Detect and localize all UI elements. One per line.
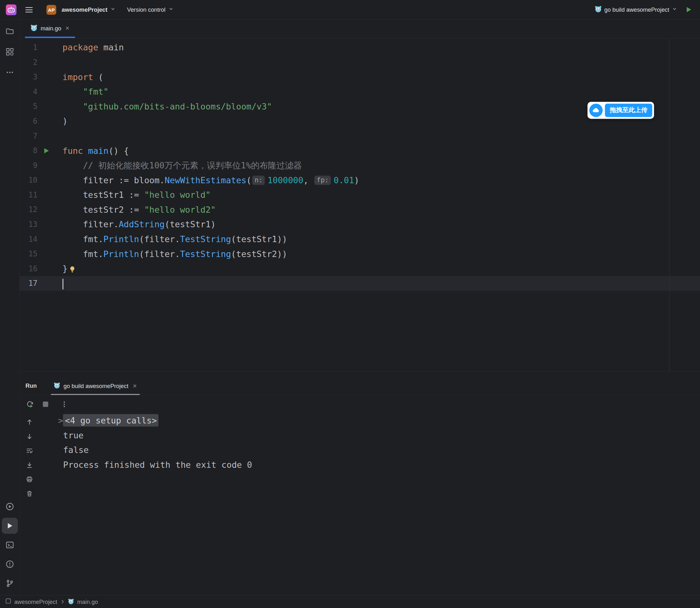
code-line[interactable]: 13 filter.AddString(testStr1) — [20, 217, 700, 232]
kebab-menu-icon[interactable] — [60, 400, 69, 408]
code-token — [63, 87, 83, 97]
code-line[interactable]: 16} — [20, 262, 700, 276]
code-token: fmt. — [63, 249, 103, 259]
sidebar-terminal-icon[interactable] — [2, 537, 18, 553]
project-selector[interactable]: awesomeProject — [58, 3, 119, 16]
sidebar-problems-icon[interactable] — [2, 556, 18, 572]
line-number: 7 — [20, 129, 37, 144]
code-token: (testStr1)) — [231, 234, 287, 244]
project-badge: AP — [46, 5, 56, 15]
code-editor[interactable]: 1package main23import (4 "fmt"5 "github.… — [20, 38, 700, 371]
scroll-to-end-icon[interactable] — [25, 460, 34, 469]
code-token: package — [63, 42, 98, 52]
code-token: true — [58, 430, 83, 440]
run-toolbar — [20, 395, 700, 413]
run-configuration-selector[interactable]: go build awesomeProject — [591, 2, 681, 17]
line-number: 9 — [20, 158, 37, 173]
sidebar-structure-icon[interactable] — [2, 44, 18, 60]
cloud-upload-icon — [589, 103, 603, 117]
code-token: TestString — [180, 234, 231, 244]
run-button[interactable] — [683, 3, 695, 16]
code-token: "github.com/bits-and-blooms/bloom/v3" — [83, 101, 272, 111]
down-arrow-icon[interactable] — [25, 432, 34, 441]
breadcrumb-file[interactable]: main.go — [77, 598, 98, 605]
code-line[interactable]: 14 fmt.Println(filter.TestString(testStr… — [20, 232, 700, 247]
code-text: } — [63, 262, 76, 276]
code-token: (testStr1) — [165, 219, 216, 229]
code-line[interactable]: 7 — [20, 129, 700, 144]
upload-here-button[interactable]: 拖拽至此上传 — [605, 103, 652, 117]
code-token: , — [303, 175, 313, 185]
line-number: 1 — [20, 40, 37, 55]
code-token: 0.01 — [334, 175, 354, 185]
code-line[interactable]: 17 — [20, 276, 700, 291]
code-line[interactable]: 4 "fmt" — [20, 84, 700, 99]
upload-overlay[interactable]: 拖拽至此上传 — [587, 102, 654, 119]
code-line[interactable]: 15 fmt.Println(filter.TestString(testStr… — [20, 247, 700, 262]
code-line[interactable]: 3import ( — [20, 70, 700, 84]
code-text: func main() { — [63, 144, 129, 158]
code-token: "fmt" — [83, 87, 109, 97]
line-number: 4 — [20, 84, 37, 99]
line-number: 6 — [20, 114, 37, 129]
code-token: ) — [354, 175, 359, 185]
code-line[interactable]: 2 — [20, 55, 700, 70]
tab-main-go[interactable]: main.go — [25, 20, 75, 38]
up-arrow-icon[interactable] — [25, 418, 34, 426]
sidebar-more-tools-icon[interactable] — [2, 64, 18, 80]
code-text: ) — [63, 114, 68, 129]
code-token: main — [98, 42, 124, 52]
code-token: Process finished with the exit code 0 — [58, 459, 252, 469]
soft-wrap-icon[interactable] — [25, 446, 34, 455]
console-line: ><4 go setup calls> — [58, 413, 700, 428]
code-text: filter := bloom.NewWithEstimates(n:10000… — [63, 173, 359, 188]
chevron-down-icon — [672, 6, 677, 13]
code-token: ) — [63, 116, 68, 126]
code-lines: 1package main23import (4 "fmt"5 "github.… — [20, 40, 700, 291]
code-token: fp: — [314, 176, 331, 185]
code-line[interactable]: 1package main — [20, 40, 700, 55]
app-logo-icon[interactable] — [4, 3, 18, 16]
code-line[interactable]: 10 filter := bloom.NewWithEstimates(n:10… — [20, 173, 700, 188]
status-bar: awesomeProject main.go — [0, 595, 700, 608]
breadcrumb-project[interactable]: awesomeProject — [14, 598, 57, 605]
version-control-menu[interactable]: Version control — [123, 3, 177, 16]
code-line[interactable]: 9 // 初始化能接收100万个元素，误判率位1%的布隆过滤器 — [20, 158, 700, 173]
run-tab[interactable]: go build awesomeProject — [51, 377, 139, 395]
sidebar-run-icon[interactable] — [2, 518, 18, 534]
code-token: 1000000 — [268, 175, 303, 185]
console-line: Process finished with the exit code 0 — [58, 457, 700, 472]
code-token: ( — [93, 72, 103, 82]
code-token: n: — [252, 176, 265, 185]
go-gopher-icon — [68, 598, 74, 606]
line-number: 14 — [20, 232, 37, 247]
sidebar-services-icon[interactable] — [2, 498, 18, 515]
chevron-down-icon — [168, 6, 174, 13]
line-number: 17 — [20, 276, 37, 291]
code-token: AddString — [119, 219, 164, 229]
run-toolwindow-header: Run go build awesomeProject — [20, 372, 700, 395]
code-line[interactable]: 8func main() { — [20, 144, 700, 158]
sidebar-version-control-icon[interactable] — [2, 575, 18, 591]
module-icon — [5, 598, 11, 606]
code-token: (testStr2)) — [231, 249, 287, 259]
hamburger-menu-icon[interactable] — [22, 3, 36, 16]
stop-icon[interactable] — [41, 400, 49, 408]
intention-bulb-icon[interactable] — [69, 266, 76, 273]
code-token: () { — [109, 146, 129, 155]
gutter[interactable] — [38, 148, 63, 154]
clear-all-icon[interactable] — [25, 489, 34, 498]
rerun-icon[interactable] — [25, 399, 35, 409]
run-gutter-icon[interactable] — [43, 148, 49, 154]
close-icon[interactable] — [65, 26, 70, 31]
go-gopher-icon — [54, 382, 60, 390]
code-line[interactable]: 11 testStr1 := "hello world" — [20, 188, 700, 203]
print-icon[interactable] — [25, 475, 34, 483]
code-line[interactable]: 12 testStr2 := "hello world2" — [20, 202, 700, 217]
left-toolwindow-stripe — [0, 20, 20, 595]
sidebar-project-icon[interactable] — [2, 23, 18, 39]
code-token: ( — [247, 175, 251, 185]
code-token: "hello world2" — [144, 205, 216, 214]
code-token: // 初始化能接收100万个元素，误判率位1%的布隆过滤器 — [83, 160, 302, 170]
close-icon[interactable] — [133, 384, 137, 388]
